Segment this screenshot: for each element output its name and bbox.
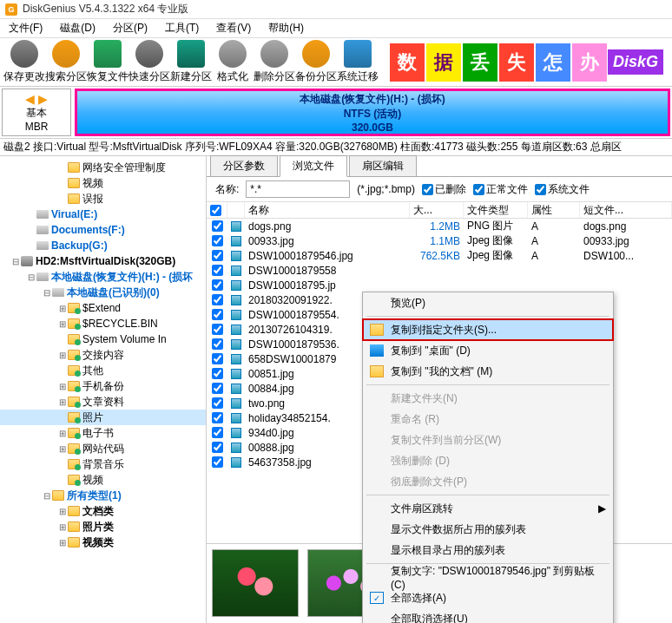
menu-disk[interactable]: 磁盘(D) bbox=[55, 19, 101, 37]
ad-banner[interactable]: 数 据 丢 失 怎 办 DiskG bbox=[382, 42, 669, 83]
tool-save[interactable]: 保存更改 bbox=[3, 40, 45, 84]
ctx-cluster-jump[interactable]: 文件扇区跳转▶ bbox=[363, 498, 613, 519]
tree-item[interactable]: ⊞文章资料 bbox=[0, 394, 206, 410]
tool-search-partition[interactable]: 搜索分区 bbox=[45, 40, 87, 84]
tree-item[interactable]: Virual(E:) bbox=[0, 207, 206, 222]
row-checkbox[interactable] bbox=[212, 220, 223, 232]
expand-icon[interactable]: ⊞ bbox=[57, 319, 68, 329]
row-checkbox[interactable] bbox=[212, 353, 223, 364]
tool-recover[interactable]: 恢复文件 bbox=[87, 40, 128, 84]
row-checkbox[interactable] bbox=[212, 397, 223, 409]
tree-item[interactable]: ⊞手机备份 bbox=[0, 378, 206, 394]
row-checkbox[interactable] bbox=[212, 324, 223, 335]
tree-item[interactable]: ⊞网站代码 bbox=[0, 441, 206, 456]
expand-icon[interactable]: ⊞ bbox=[57, 304, 68, 313]
col-checkbox[interactable] bbox=[207, 202, 227, 218]
menu-tool[interactable]: 工具(T) bbox=[160, 19, 204, 37]
col-name[interactable]: 名称 bbox=[245, 202, 410, 218]
menu-partition[interactable]: 分区(P) bbox=[108, 19, 153, 37]
tree-item[interactable]: ⊞$RECYCLE.BIN bbox=[0, 316, 206, 331]
chk-deleted[interactable]: 已删除 bbox=[422, 182, 466, 197]
ctx-copy-desktop[interactable]: 复制到 "桌面" (D) bbox=[363, 340, 613, 361]
row-checkbox[interactable] bbox=[212, 250, 223, 261]
ctx-show-root-clusters[interactable]: 显示根目录占用的簇列表 bbox=[363, 540, 613, 561]
ctx-preview[interactable]: 预览(P) bbox=[363, 292, 613, 313]
file-row[interactable]: DSW100018795.jp bbox=[207, 278, 672, 292]
row-checkbox[interactable] bbox=[212, 309, 223, 320]
file-row[interactable]: DSW10001879558 bbox=[207, 263, 672, 278]
menu-help[interactable]: 帮助(H) bbox=[263, 19, 309, 37]
tool-quick-partition[interactable]: 快速分区 bbox=[128, 40, 170, 84]
tab-sector-edit[interactable]: 扇区编辑 bbox=[349, 155, 417, 176]
tool-format[interactable]: 格式化 bbox=[212, 40, 254, 84]
tree-item[interactable]: Backup(G:) bbox=[0, 238, 206, 253]
ctx-copy-to-folder[interactable]: 复制到指定文件夹(S)... bbox=[363, 319, 613, 340]
tree-item[interactable]: ⊟HD2:MsftVirtualDisk(320GB) bbox=[0, 253, 206, 269]
expand-icon[interactable]: ⊞ bbox=[57, 507, 68, 516]
tab-browse-files[interactable]: 浏览文件 bbox=[280, 155, 347, 177]
tool-delete-partition[interactable]: 删除分区 bbox=[254, 40, 295, 84]
row-checkbox[interactable] bbox=[212, 412, 223, 423]
tree-item[interactable]: ⊞文档类 bbox=[0, 503, 206, 519]
tree-item[interactable]: ⊞视频类 bbox=[0, 534, 206, 550]
row-checkbox[interactable] bbox=[212, 279, 223, 291]
tree-item[interactable]: ⊞交接内容 bbox=[0, 347, 206, 363]
tool-backup[interactable]: 备份分区 bbox=[295, 40, 337, 84]
tree-item[interactable]: ⊞$Extend bbox=[0, 300, 206, 316]
tool-new-partition[interactable]: 新建分区 bbox=[170, 40, 212, 84]
tree-item[interactable]: ⊞照片类 bbox=[0, 519, 206, 534]
ctx-deselect-all[interactable]: 全部取消选择(U) bbox=[363, 608, 613, 623]
nav-arrows-icon[interactable]: ◀ ▶ bbox=[25, 92, 48, 106]
tree-item[interactable]: 视频 bbox=[0, 472, 206, 488]
menu-file[interactable]: 文件(F) bbox=[3, 19, 48, 37]
tree-item[interactable]: ⊟本地磁盘(恢复文件)(H:) - (损坏 bbox=[0, 269, 206, 285]
expand-icon[interactable]: ⊞ bbox=[57, 522, 68, 532]
col-size[interactable]: 大... bbox=[410, 202, 464, 218]
tree-item[interactable]: 照片 bbox=[0, 410, 206, 425]
expand-icon[interactable]: ⊟ bbox=[42, 491, 52, 501]
expand-icon[interactable]: ⊞ bbox=[57, 382, 68, 391]
tree-item[interactable]: ⊟所有类型(1) bbox=[0, 488, 206, 503]
expand-icon[interactable]: ⊞ bbox=[57, 397, 68, 407]
col-type[interactable]: 文件类型 bbox=[464, 202, 528, 218]
directory-tree[interactable]: 网络安全管理制度视频误报Virual(E:)Documents(F:)Backu… bbox=[0, 156, 207, 623]
row-checkbox[interactable] bbox=[212, 442, 223, 453]
col-attr[interactable]: 属性 bbox=[528, 202, 580, 218]
tree-item[interactable]: Documents(F:) bbox=[0, 222, 206, 238]
tree-item[interactable]: ⊞电子书 bbox=[0, 425, 206, 441]
tree-item[interactable]: ⊟本地磁盘(已识别)(0) bbox=[0, 285, 206, 300]
row-checkbox[interactable] bbox=[212, 235, 223, 246]
expand-icon[interactable]: ⊟ bbox=[42, 288, 52, 298]
chk-normal[interactable]: 正常文件 bbox=[473, 182, 528, 197]
partition-bar[interactable]: 本地磁盘(恢复文件)(H:) - (损坏) NTFS (活动) 320.0GB bbox=[75, 89, 670, 136]
row-checkbox[interactable] bbox=[212, 368, 223, 379]
col-shortname[interactable]: 短文件... bbox=[580, 202, 672, 218]
row-checkbox[interactable] bbox=[212, 427, 223, 438]
name-filter-input[interactable] bbox=[246, 180, 350, 198]
ctx-copy-text[interactable]: 复制文字: "DSW10001879546.jpg" 到剪贴板(C) bbox=[363, 567, 613, 587]
row-checkbox[interactable] bbox=[212, 265, 223, 276]
tree-item[interactable]: 网络安全管理制度 bbox=[0, 160, 206, 175]
file-row[interactable]: dogs.png1.2MBPNG 图片Adogs.png bbox=[207, 219, 672, 233]
menu-view[interactable]: 查看(V) bbox=[211, 19, 256, 37]
row-checkbox[interactable] bbox=[212, 338, 223, 350]
file-row[interactable]: DSW10001879546.jpg762.5KBJpeg 图像ADSW100.… bbox=[207, 248, 672, 263]
expand-icon[interactable]: ⊟ bbox=[26, 272, 36, 282]
tree-item[interactable]: 误报 bbox=[0, 191, 206, 207]
disk-basic-panel[interactable]: ◀ ▶ 基本 MBR bbox=[2, 89, 71, 136]
expand-icon[interactable]: ⊞ bbox=[57, 351, 68, 360]
tree-item[interactable]: 视频 bbox=[0, 175, 206, 191]
expand-icon[interactable]: ⊞ bbox=[57, 538, 68, 548]
tool-migrate[interactable]: 系统迁移 bbox=[337, 40, 379, 84]
chk-system[interactable]: 系统文件 bbox=[535, 182, 590, 197]
expand-icon[interactable]: ⊟ bbox=[10, 257, 21, 266]
row-checkbox[interactable] bbox=[212, 456, 223, 468]
tree-item[interactable]: 其他 bbox=[0, 363, 206, 378]
expand-icon[interactable]: ⊞ bbox=[57, 429, 68, 438]
expand-icon[interactable]: ⊞ bbox=[57, 444, 68, 454]
ctx-show-file-clusters[interactable]: 显示文件数据所占用的簇列表 bbox=[363, 519, 613, 540]
thumbnail[interactable] bbox=[212, 549, 299, 617]
tree-item[interactable]: 背景音乐 bbox=[0, 456, 206, 472]
file-row[interactable]: 00933.jpg1.1MBJpeg 图像A00933.jpg bbox=[207, 233, 672, 248]
ctx-copy-mydocs[interactable]: 复制到 "我的文档" (M) bbox=[363, 361, 613, 382]
